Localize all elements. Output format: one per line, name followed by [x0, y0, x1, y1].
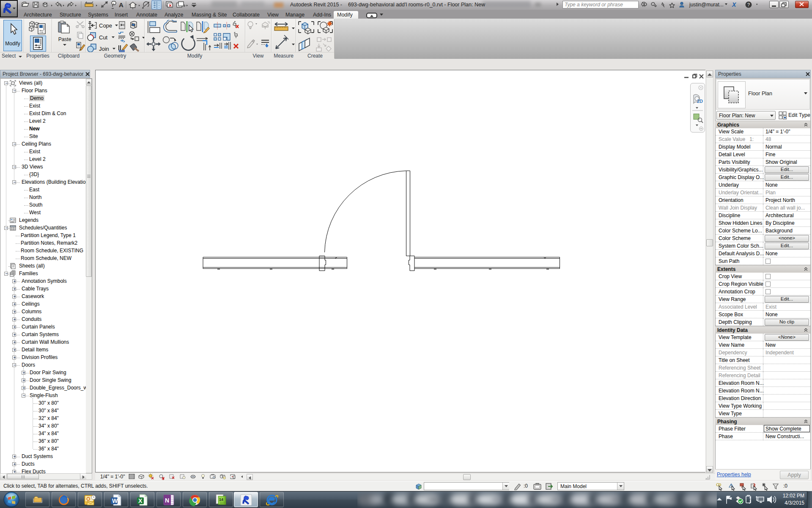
svg-text:Cut: Cut	[99, 34, 108, 41]
svg-text:W: W	[112, 497, 118, 504]
svg-text:1: 1	[113, 3, 115, 6]
svg-text:O: O	[86, 496, 90, 502]
svg-text:2D: 2D	[697, 99, 703, 104]
svg-text:X: X	[138, 497, 143, 504]
svg-text:Cope: Cope	[99, 22, 112, 29]
svg-text:14: 14	[219, 497, 223, 502]
svg-text:?: ?	[747, 2, 750, 7]
svg-text:N: N	[165, 497, 169, 504]
svg-text:Join: Join	[99, 46, 109, 52]
svg-text:A: A	[119, 1, 123, 8]
